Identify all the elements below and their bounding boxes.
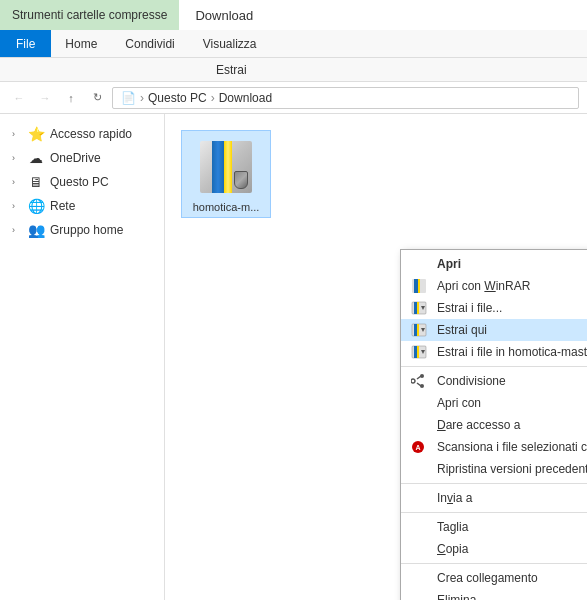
ctx-item-dare-accesso[interactable]: Dare accesso a › — [401, 414, 587, 436]
ctx-label-scansiona: Scansiona i file selezionati con Avira — [437, 440, 587, 454]
sidebar-label-rete: Rete — [50, 199, 156, 213]
ctx-label-estrai-homotica: Estrai i file in homotica-master\ — [437, 345, 587, 359]
svg-rect-12 — [414, 346, 417, 358]
ctx-label-dare-accesso: Dare accesso a — [437, 418, 520, 432]
ctx-item-apri-winrar[interactable]: Apri con WinRAR — [401, 275, 587, 297]
ribbon-tab-home[interactable]: Home — [51, 30, 111, 57]
ctx-label-copia: Copia — [437, 542, 468, 556]
ctx-item-elimina[interactable]: Elimina — [401, 589, 587, 600]
path-questo-pc: Questo PC — [148, 91, 207, 105]
sidebar-label-questo-pc: Questo PC — [50, 175, 156, 189]
ribbon-tab-visualizza[interactable]: Visualizza — [189, 30, 271, 57]
separator-3 — [401, 512, 587, 513]
svg-rect-13 — [417, 346, 419, 358]
ctx-item-apri[interactable]: Apri — [401, 253, 587, 275]
sidebar-item-accesso-rapido[interactable]: › ⭐ Accesso rapido — [0, 122, 164, 146]
ctx-label-condivisione: Condivisione — [437, 374, 506, 388]
extract-folder-icon — [411, 344, 427, 360]
tools-tab: Strumenti cartelle compresse — [0, 0, 179, 30]
main-layout: › ⭐ Accesso rapido › ☁ OneDrive › 🖥 Ques… — [0, 114, 587, 600]
ctx-label-estrai-file: Estrai i file... — [437, 301, 502, 315]
avira-icon: A — [411, 440, 425, 454]
ctx-item-apri-con[interactable]: Apri con › — [401, 392, 587, 414]
content-area: homotica-m... Apri Apri con WinRAR — [165, 114, 587, 600]
computer-icon: 🖥 — [28, 174, 44, 190]
separator-1 — [401, 366, 587, 367]
ctx-label-invia-a: Invia a — [437, 491, 472, 505]
arrow-icon: › — [12, 201, 22, 211]
ctx-item-taglia[interactable]: Taglia — [401, 516, 587, 538]
ribbon: File Home Condividi Visualizza — [0, 30, 587, 58]
winrar-icon — [200, 141, 252, 193]
sidebar: › ⭐ Accesso rapido › ☁ OneDrive › 🖥 Ques… — [0, 114, 165, 600]
sidebar-label-onedrive: OneDrive — [50, 151, 156, 165]
ctx-label-ripristina: Ripristina versioni precedenti — [437, 462, 587, 476]
ribbon-sub-estrai[interactable]: Estrai — [200, 58, 263, 81]
sidebar-item-onedrive[interactable]: › ☁ OneDrive — [0, 146, 164, 170]
address-bar: ← → ↑ ↻ 📄 › Questo PC › Download — [0, 82, 587, 114]
svg-text:A: A — [415, 444, 420, 451]
arrow-icon: › — [12, 177, 22, 187]
path-icon: 📄 — [121, 91, 136, 105]
share-icon — [411, 374, 425, 388]
network-icon: 🌐 — [28, 198, 44, 214]
sidebar-label-accesso-rapido: Accesso rapido — [50, 127, 156, 141]
nav-back-button[interactable]: ← — [8, 87, 30, 109]
arrow-icon: › — [12, 225, 22, 235]
svg-rect-8 — [414, 324, 417, 336]
svg-rect-4 — [414, 302, 417, 314]
download-tab: Download — [179, 0, 269, 30]
arrow-icon: › — [12, 153, 22, 163]
svg-point-16 — [420, 384, 424, 388]
svg-rect-5 — [417, 302, 419, 314]
svg-rect-1 — [414, 279, 418, 293]
ctx-item-invia-a[interactable]: Invia a › — [401, 487, 587, 509]
context-menu: Apri Apri con WinRAR — [400, 249, 587, 600]
ctx-item-copia[interactable]: Copia — [401, 538, 587, 560]
extract-here-icon — [411, 322, 427, 338]
nav-forward-button[interactable]: → — [34, 87, 56, 109]
svg-point-15 — [420, 374, 424, 378]
ctx-label-estrai-qui: Estrai qui — [437, 323, 487, 337]
ctx-item-crea-collegamento[interactable]: Crea collegamento — [401, 567, 587, 589]
ctx-label-taglia: Taglia — [437, 520, 468, 534]
ctx-label-apri-winrar: Apri con WinRAR — [437, 279, 530, 293]
separator-2 — [401, 483, 587, 484]
ctx-label-apri-con: Apri con — [437, 396, 481, 410]
ribbon-sub: Estrai — [0, 58, 587, 82]
ribbon-tab-file[interactable]: File — [0, 30, 51, 57]
extract-icon — [411, 300, 427, 316]
sidebar-item-rete[interactable]: › 🌐 Rete — [0, 194, 164, 218]
cloud-icon: ☁ — [28, 150, 44, 166]
ctx-item-estrai-file[interactable]: Estrai i file... — [401, 297, 587, 319]
ctx-item-estrai-qui[interactable]: Estrai qui — [401, 319, 587, 341]
ctx-item-ripristina[interactable]: Ripristina versioni precedenti — [401, 458, 587, 480]
ctx-label-apri: Apri — [437, 257, 461, 271]
file-icon-wrapper — [194, 135, 258, 199]
arrow-icon: › — [12, 129, 22, 139]
svg-rect-2 — [418, 279, 420, 293]
nav-refresh-button[interactable]: ↻ — [86, 87, 108, 109]
winrar-small-icon — [411, 278, 427, 294]
ctx-item-estrai-homotica[interactable]: Estrai i file in homotica-master\ — [401, 341, 587, 363]
ctx-label-crea-collegamento: Crea collegamento — [437, 571, 538, 585]
svg-rect-9 — [417, 324, 419, 336]
group-icon: 👥 — [28, 222, 44, 238]
ribbon-tab-condividi[interactable]: Condividi — [111, 30, 188, 57]
separator-4 — [401, 563, 587, 564]
sidebar-item-questo-pc[interactable]: › 🖥 Questo PC — [0, 170, 164, 194]
star-icon: ⭐ — [28, 126, 44, 142]
address-path[interactable]: 📄 › Questo PC › Download — [112, 87, 579, 109]
path-download: Download — [219, 91, 272, 105]
sidebar-label-gruppo-home: Gruppo home — [50, 223, 156, 237]
file-item-homotica[interactable]: homotica-m... — [181, 130, 271, 218]
sidebar-item-gruppo-home[interactable]: › 👥 Gruppo home — [0, 218, 164, 242]
nav-up-button[interactable]: ↑ — [60, 87, 82, 109]
ctx-item-scansiona[interactable]: A Scansiona i file selezionati con Avira — [401, 436, 587, 458]
title-bar: Strumenti cartelle compresse Download — [0, 0, 587, 30]
file-label: homotica-m... — [193, 201, 260, 213]
ctx-label-elimina: Elimina — [437, 593, 476, 600]
ctx-item-condivisione[interactable]: Condivisione — [401, 370, 587, 392]
